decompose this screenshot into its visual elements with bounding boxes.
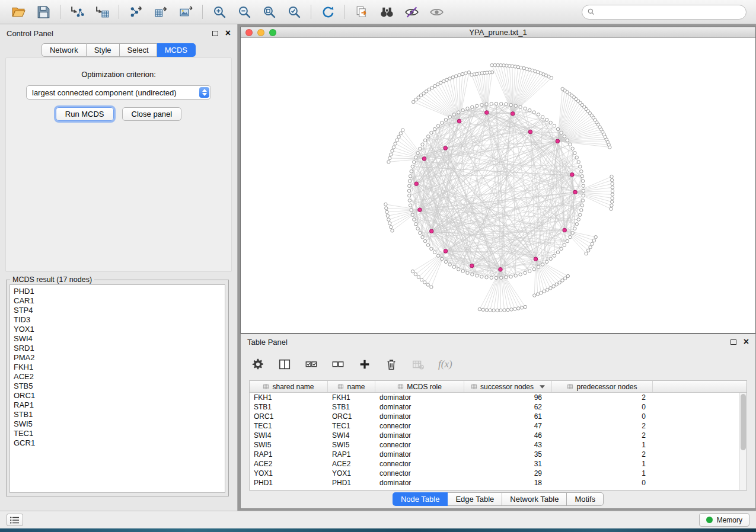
- export-image-icon[interactable]: [175, 3, 196, 21]
- network-window-titlebar[interactable]: YPA_prune.txt_1: [241, 27, 755, 38]
- table-cell: RAP1: [328, 450, 375, 459]
- result-item[interactable]: CAR1: [10, 296, 225, 306]
- tab-select[interactable]: Select: [120, 43, 157, 57]
- table-cell: YOX1: [250, 469, 328, 478]
- toolbar-separator: [60, 5, 60, 19]
- column-grid-icon: [263, 383, 269, 390]
- search-network-icon[interactable]: [376, 3, 397, 21]
- network-search-field[interactable]: [582, 5, 747, 20]
- result-item[interactable]: RAP1: [10, 400, 225, 410]
- refresh-icon[interactable]: [317, 3, 339, 21]
- result-item[interactable]: TEC1: [10, 429, 225, 438]
- run-mcds-button[interactable]: Run MCDS: [56, 107, 114, 121]
- table-cell: 96: [464, 393, 552, 402]
- table-row[interactable]: ORC1ORC1dominator610: [250, 412, 747, 421]
- column-header-MCDS-role[interactable]: MCDS role: [375, 381, 464, 392]
- tab-motifs[interactable]: Motifs: [567, 492, 604, 506]
- column-header-shared-name[interactable]: shared name: [250, 381, 328, 392]
- close-panel-button[interactable]: Close panel: [122, 107, 182, 121]
- table-cell: 0: [552, 478, 653, 488]
- scrollbar-thumb[interactable]: [741, 394, 746, 450]
- table-row[interactable]: FKH1FKH1dominator962: [250, 393, 747, 402]
- result-item[interactable]: STB1: [10, 410, 225, 419]
- hide-selection-eye-icon[interactable]: [401, 3, 422, 21]
- window-close-icon[interactable]: [245, 29, 253, 36]
- sort-caret-icon[interactable]: [540, 385, 545, 389]
- show-columns-icon[interactable]: [278, 358, 291, 371]
- window-zoom-icon[interactable]: [269, 29, 276, 36]
- zoom-out-icon[interactable]: [234, 3, 255, 21]
- table-row[interactable]: YOX1YOX1connector291: [250, 469, 747, 478]
- result-item[interactable]: SRD1: [10, 344, 225, 353]
- network-canvas[interactable]: [241, 38, 755, 333]
- tab-network[interactable]: Network: [42, 43, 87, 57]
- table-cell: ACE2: [250, 459, 328, 469]
- table-row[interactable]: PHD1PHD1dominator180: [250, 478, 747, 488]
- window-minimize-icon[interactable]: [257, 29, 264, 36]
- result-item[interactable]: STP4: [10, 306, 225, 315]
- settings-gear-icon[interactable]: [251, 358, 264, 371]
- result-item[interactable]: SWI5: [10, 419, 225, 429]
- tab-node-table[interactable]: Node Table: [393, 492, 448, 506]
- toolbar-separator: [202, 5, 203, 19]
- table-row[interactable]: SWI5SWI5connector431: [250, 440, 747, 450]
- status-menu-button[interactable]: [7, 514, 23, 526]
- export-table-icon[interactable]: [150, 3, 171, 21]
- float-panel-icon[interactable]: [212, 31, 218, 36]
- tab-network-table[interactable]: Network Table: [502, 492, 567, 506]
- column-header-filler: [653, 381, 747, 392]
- delete-row-icon[interactable]: [385, 358, 398, 371]
- table-row[interactable]: SWI4SWI4dominator462: [250, 431, 747, 440]
- result-item[interactable]: ACE2: [10, 372, 225, 382]
- table-cell: connector: [375, 469, 464, 478]
- memory-button[interactable]: Memory: [699, 513, 749, 527]
- tab-edge-table[interactable]: Edge Table: [448, 492, 502, 506]
- show-selection-eye-icon[interactable]: [426, 3, 447, 21]
- column-header-name[interactable]: name: [328, 381, 375, 392]
- table-row[interactable]: TEC1TEC1connector472: [250, 421, 747, 431]
- column-header-successor-nodes[interactable]: successor nodes: [464, 381, 552, 392]
- result-item[interactable]: GCR1: [10, 438, 225, 448]
- result-item[interactable]: PHD1: [10, 287, 225, 296]
- mcds-result-list[interactable]: PHD1CAR1STP4TID3YOX1SWI4SRD1PMA2FKH1ACE2…: [9, 284, 225, 493]
- result-item[interactable]: ORC1: [10, 391, 225, 400]
- close-panel-icon[interactable]: [225, 30, 231, 37]
- select-all-icon[interactable]: [305, 358, 318, 371]
- search-input[interactable]: [599, 8, 741, 16]
- result-item[interactable]: TID3: [10, 315, 225, 325]
- table-row[interactable]: STB1STB1dominator620: [250, 402, 747, 412]
- result-item[interactable]: PMA2: [10, 353, 225, 363]
- zoom-fit-icon[interactable]: [259, 3, 280, 21]
- zoom-in-icon[interactable]: [209, 3, 230, 21]
- table-cell: SWI4: [328, 431, 375, 440]
- main-toolbar: [0, 0, 756, 24]
- result-item[interactable]: YOX1: [10, 325, 225, 334]
- export-network-icon[interactable]: [125, 3, 146, 21]
- table-row[interactable]: RAP1RAP1dominator352: [250, 450, 747, 459]
- table-panel-tabs: Node TableEdge TableNetwork TableMotifs: [241, 492, 755, 506]
- table-cell: PHD1: [250, 478, 328, 488]
- tab-mcds[interactable]: MCDS: [157, 43, 196, 57]
- open-folder-icon[interactable]: [8, 3, 29, 21]
- table-row[interactable]: ACE2ACE2connector311: [250, 459, 747, 469]
- table-scrollbar[interactable]: [739, 393, 747, 490]
- table-cell: TEC1: [250, 421, 328, 431]
- clone-network-icon[interactable]: [351, 3, 372, 21]
- result-item[interactable]: FKH1: [10, 363, 225, 372]
- add-row-icon[interactable]: [358, 358, 371, 371]
- import-network-icon[interactable]: [66, 3, 88, 21]
- table-panel-header: Table Panel: [241, 334, 755, 350]
- zoom-selected-icon[interactable]: [283, 3, 305, 21]
- table-cell: 0: [552, 412, 653, 421]
- close-panel-icon[interactable]: [744, 339, 749, 345]
- deselect-all-icon[interactable]: [331, 358, 344, 371]
- float-panel-icon[interactable]: [731, 339, 736, 345]
- save-icon[interactable]: [33, 3, 54, 21]
- import-table-icon[interactable]: [91, 3, 113, 21]
- column-header-predecessor-nodes[interactable]: predecessor nodes: [552, 381, 653, 392]
- result-item[interactable]: STB5: [10, 382, 225, 391]
- optimization-criterion-select[interactable]: largest connected component (undirected): [26, 85, 211, 100]
- table-cell: SWI5: [250, 440, 328, 450]
- result-item[interactable]: SWI4: [10, 334, 225, 344]
- tab-style[interactable]: Style: [87, 43, 120, 57]
